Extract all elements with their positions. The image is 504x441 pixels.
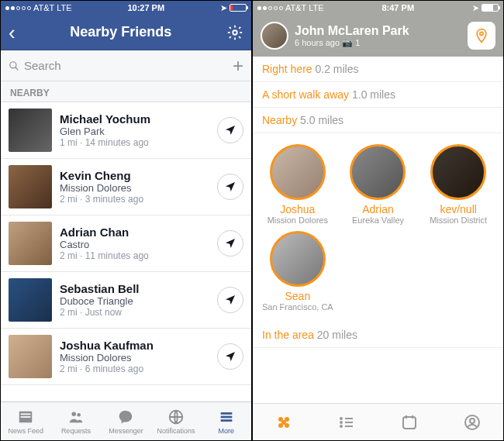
tab-swarm[interactable] — [253, 404, 316, 440]
ping-button[interactable] — [217, 117, 243, 143]
friend-name: Kevin Cheng — [60, 169, 209, 182]
add-button[interactable]: + — [233, 55, 243, 77]
arrow-icon — [224, 237, 236, 250]
tab-newsfeed[interactable]: News Feed — [1, 402, 51, 440]
friend-location: Mission Dolores — [60, 182, 209, 194]
person-name: Adrian — [362, 203, 393, 215]
tab-profile[interactable] — [440, 404, 503, 440]
svg-rect-24 — [403, 417, 416, 429]
person-name: Sean — [285, 290, 310, 302]
arrow-icon — [224, 350, 236, 363]
person-card[interactable]: Joshua Mission Dolores — [257, 141, 338, 228]
pin-icon — [474, 28, 489, 43]
friend-location: Mission Dolores — [60, 352, 209, 363]
arrow-icon — [224, 124, 236, 136]
svg-rect-5 — [21, 416, 31, 418]
checkin-name: John McLaren Park — [295, 24, 461, 38]
friend-name: Sebastian Bell — [60, 282, 209, 295]
person-avatar[interactable] — [270, 231, 326, 287]
svg-rect-4 — [21, 413, 31, 415]
location-icon: ➤ — [220, 3, 227, 13]
tab-activity[interactable] — [316, 404, 378, 440]
svg-point-22 — [340, 425, 342, 427]
person-location: Mission District — [430, 215, 487, 225]
sw-tab-bar — [253, 403, 503, 440]
svg-point-18 — [340, 418, 342, 419]
person-avatar[interactable] — [270, 144, 326, 200]
person-location: Mission Dolores — [268, 215, 328, 225]
status-bar: AT&T LTE 10:27 PM ➤ — [1, 1, 251, 15]
settings-button[interactable] — [226, 24, 243, 41]
ping-button[interactable] — [217, 230, 243, 257]
newsfeed-icon — [17, 408, 34, 425]
tab-plans[interactable] — [378, 404, 441, 440]
person-avatar[interactable] — [430, 144, 486, 200]
location-icon: ➤ — [472, 3, 479, 13]
messenger-icon — [117, 408, 134, 425]
person-avatar[interactable] — [350, 144, 406, 200]
back-button[interactable]: ‹ — [9, 22, 16, 43]
friend-meta: 2 mi · Just now — [60, 307, 209, 318]
checkin-meta: 6 hours ago 📷 1 — [295, 38, 461, 48]
tab-notifications[interactable]: Notifications — [151, 402, 202, 440]
avatar[interactable] — [9, 335, 52, 378]
status-bar: AT&T LTE 8:47 PM ➤ — [253, 1, 503, 15]
person-card[interactable]: Sean San Francisco, CA — [257, 228, 338, 315]
friend-row[interactable]: Adrian Chan Castro 2 mi · 11 minutes ago — [1, 215, 251, 272]
friend-location: Duboce Triangle — [60, 295, 209, 307]
svg-line-2 — [16, 67, 19, 70]
ping-button[interactable] — [217, 287, 243, 313]
badge-button[interactable] — [468, 22, 495, 50]
tab-requests[interactable]: Requests — [51, 402, 102, 440]
fb-header: ‹ Nearby Friends — [1, 15, 251, 50]
search-icon — [9, 60, 19, 71]
friend-meta: 2 mi · 3 minutes ago — [60, 194, 209, 205]
friend-meta: 1 mi · 14 minutes ago — [60, 137, 209, 148]
distance-header[interactable]: A short walk away 1.0 miles — [253, 82, 503, 108]
status-time: 10:27 PM — [72, 3, 220, 12]
sw-screen: AT&T LTE 8:47 PM ➤ John McLaren Park 6 h… — [252, 0, 504, 441]
avatar[interactable] — [9, 165, 52, 208]
distance-header[interactable]: Right here 0.2 miles — [253, 57, 503, 82]
header-avatar[interactable] — [261, 22, 288, 50]
person-card[interactable]: Adrian Eureka Valley — [338, 141, 419, 228]
svg-point-12 — [480, 32, 483, 35]
svg-point-28 — [470, 419, 475, 423]
avatar[interactable] — [9, 109, 52, 152]
search-bar[interactable]: Search + — [1, 50, 251, 81]
calendar-icon — [400, 413, 419, 432]
friend-name: Michael Yochum — [60, 112, 209, 126]
avatar[interactable] — [9, 278, 52, 322]
sw-body[interactable]: Right here 0.2 miles A short walk away 1… — [253, 57, 503, 440]
sw-header[interactable]: John McLaren Park 6 hours ago 📷 1 — [253, 15, 503, 57]
distance-header[interactable]: In the area 20 miles — [253, 322, 503, 348]
list-icon — [337, 413, 356, 432]
friend-row[interactable]: Joshua Kaufman Mission Dolores 2 mi · 6 … — [1, 329, 251, 385]
ping-button[interactable] — [217, 174, 243, 200]
carrier-label: AT&T LTE — [33, 3, 72, 12]
globe-icon — [167, 408, 185, 425]
svg-point-7 — [77, 412, 81, 416]
person-card[interactable]: kev/null Mission District — [418, 141, 499, 228]
friend-row[interactable]: Kevin Cheng Mission Dolores 2 mi · 3 min… — [1, 159, 251, 215]
friends-list[interactable]: Michael Yochum Glen Park 1 mi · 14 minut… — [1, 102, 251, 440]
arrow-icon — [224, 294, 236, 306]
svg-point-6 — [71, 412, 76, 416]
fb-screen: AT&T LTE 10:27 PM ➤ ‹ Nearby Friends Sea… — [0, 0, 252, 441]
ping-button[interactable] — [217, 343, 243, 370]
friend-row[interactable]: Sebastian Bell Duboce Triangle 2 mi · Ju… — [1, 272, 251, 329]
friend-name: Joshua Kaufman — [60, 339, 209, 352]
battery-icon — [230, 4, 247, 12]
friend-row[interactable]: Michael Yochum Glen Park 1 mi · 14 minut… — [1, 102, 251, 159]
tab-more[interactable]: More — [201, 402, 251, 440]
person-location: San Francisco, CA — [262, 302, 333, 312]
tab-messenger[interactable]: Messenger — [101, 402, 151, 440]
section-header: NEARBY — [1, 81, 251, 102]
avatar[interactable] — [9, 222, 52, 265]
svg-point-1 — [10, 61, 16, 67]
distance-header[interactable]: Nearby 5.0 miles — [253, 108, 503, 133]
search-placeholder: Search — [24, 59, 61, 72]
friend-location: Glen Park — [60, 126, 209, 137]
more-icon — [218, 408, 235, 425]
friend-location: Castro — [60, 239, 209, 250]
